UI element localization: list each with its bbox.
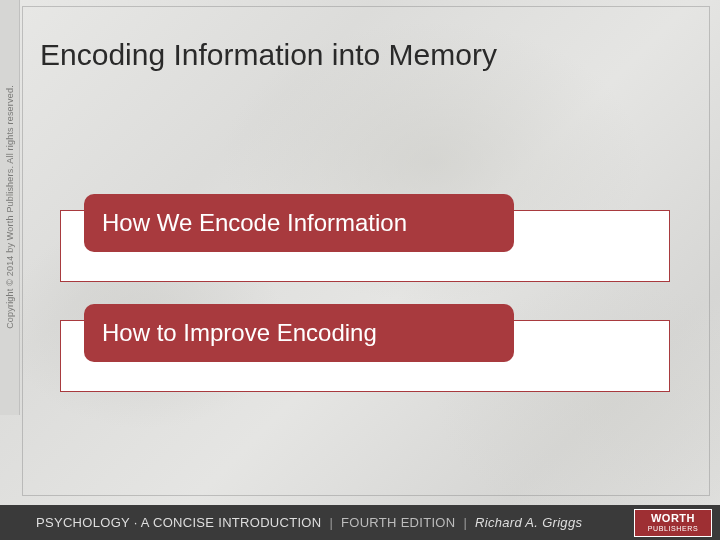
topic-label-1: How We Encode Information	[102, 209, 407, 237]
topic-label-2: How to Improve Encoding	[102, 319, 377, 347]
footer-separator: |	[463, 515, 467, 530]
footer-bar: PSYCHOLOGY · A CONCISE INTRODUCTION | FO…	[0, 505, 720, 540]
topic-box-1: How We Encode Information	[84, 194, 514, 252]
footer-separator: |	[329, 515, 333, 530]
footer-edition: FOURTH EDITION	[341, 515, 455, 530]
footer-book-title: PSYCHOLOGY · A CONCISE INTRODUCTION	[36, 515, 321, 530]
slide: Copyright © 2014 by Worth Publishers. Al…	[0, 0, 720, 540]
publisher-subtitle: PUBLISHERS	[648, 525, 698, 532]
copyright-text: Copyright © 2014 by Worth Publishers. Al…	[5, 85, 15, 329]
publisher-name: WORTH	[651, 513, 695, 524]
slide-title: Encoding Information into Memory	[40, 38, 497, 72]
footer-text: PSYCHOLOGY · A CONCISE INTRODUCTION | FO…	[36, 515, 582, 530]
footer-author: Richard A. Griggs	[475, 515, 582, 530]
topic-box-2: How to Improve Encoding	[84, 304, 514, 362]
publisher-badge: WORTH PUBLISHERS	[634, 509, 712, 537]
